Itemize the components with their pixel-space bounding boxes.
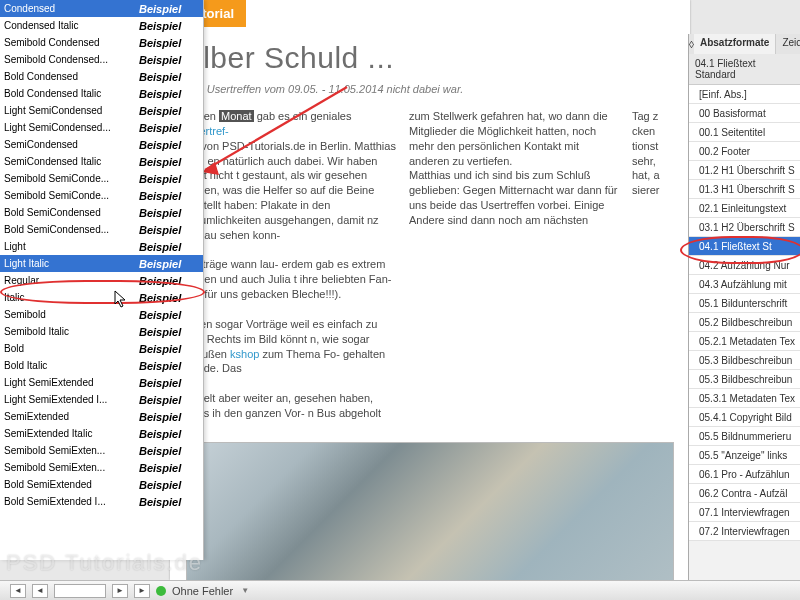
font-style-option[interactable]: Condensed ItalicBeispiel — [0, 17, 203, 34]
page-next-button[interactable]: ► — [112, 584, 128, 598]
article-headline: elber Schuld ... — [170, 27, 690, 79]
font-style-option[interactable]: Semibold SemiExten...Beispiel — [0, 442, 203, 459]
font-sample-label: Beispiel — [139, 241, 197, 253]
paragraph-style-item[interactable]: [Einf. Abs.] — [689, 85, 800, 104]
dropdown-chevron-icon[interactable]: ▼ — [241, 586, 249, 595]
font-style-option[interactable]: Light ItalicBeispiel — [0, 255, 203, 272]
paragraph-style-item[interactable]: 06.2 Contra - Aufzäl — [689, 484, 800, 503]
font-sample-label: Beispiel — [139, 139, 197, 151]
body-text: zum Stellwerk gefahren hat, wo dann die … — [409, 110, 608, 167]
font-style-option[interactable]: Bold SemiExtended I...Beispiel — [0, 493, 203, 510]
paragraph-style-item[interactable]: 05.5 Bildnummerieru — [689, 427, 800, 446]
paragraph-style-item[interactable]: 00.1 Seitentitel — [689, 123, 800, 142]
document-viewport: Editorial elber Schuld ... eim Usertreff… — [170, 0, 690, 580]
font-name-label: Bold — [4, 343, 139, 354]
page-number-input[interactable] — [54, 584, 106, 598]
paragraph-style-list[interactable]: [Einf. Abs.]00 Basisformat00.1 Seitentit… — [689, 85, 800, 541]
font-style-option[interactable]: Semibold SemiConde...Beispiel — [0, 170, 203, 187]
font-name-label: Semibold — [4, 309, 139, 320]
font-style-option[interactable]: Semibold SemiConde...Beispiel — [0, 187, 203, 204]
paragraph-style-item[interactable]: 05.2 Bildbeschreibun — [689, 313, 800, 332]
paragraph-style-item[interactable]: 05.3 Bildbeschreibun — [689, 351, 800, 370]
font-name-label: Light SemiExtended I... — [4, 394, 139, 405]
page-prev-button[interactable]: ◄ — [10, 584, 26, 598]
paragraph-style-item[interactable]: 02.1 Einleitungstext — [689, 199, 800, 218]
paragraph-style-item[interactable]: 05.5 "Anzeige" links — [689, 446, 800, 465]
page-prev-button-2[interactable]: ◄ — [32, 584, 48, 598]
font-style-option[interactable]: SemiExtendedBeispiel — [0, 408, 203, 425]
font-style-option[interactable]: Light SemiExtended I...Beispiel — [0, 391, 203, 408]
paragraph-styles-panel[interactable]: ◊ Absatzformate Zeic 04.1 Fließtext Stan… — [688, 34, 800, 582]
font-style-option[interactable]: RegularBeispiel — [0, 272, 203, 289]
paragraph-style-item[interactable]: 01.2 H1 Überschrift S — [689, 161, 800, 180]
font-name-label: Bold Condensed Italic — [4, 88, 139, 99]
font-style-option[interactable]: Bold SemiExtendedBeispiel — [0, 476, 203, 493]
paragraph-style-item[interactable]: 04.1 Fließtext St — [689, 237, 800, 256]
font-style-option[interactable]: SemiCondensed ItalicBeispiel — [0, 153, 203, 170]
font-style-option[interactable]: Bold SemiCondensedBeispiel — [0, 204, 203, 221]
font-style-option[interactable]: BoldBeispiel — [0, 340, 203, 357]
page-next-button-2[interactable]: ► — [134, 584, 150, 598]
font-name-label: Light SemiExtended — [4, 377, 139, 388]
tab-absatzformate[interactable]: Absatzformate — [694, 34, 776, 54]
paragraph-style-item[interactable]: 04.2 Aufzählung Nur — [689, 256, 800, 275]
paragraph-style-item[interactable]: 00 Basisformat — [689, 104, 800, 123]
paragraph-style-item[interactable]: 03.1 H2 Überschrift S — [689, 218, 800, 237]
paragraph-style-item[interactable]: 07.2 Interviewfragen — [689, 522, 800, 541]
font-style-option[interactable]: Light SemiCondensedBeispiel — [0, 102, 203, 119]
body-text: Tag z cken tionst sehr, hat, a sierer — [632, 110, 660, 196]
font-style-option[interactable]: Semibold SemiExten...Beispiel — [0, 459, 203, 476]
font-style-option[interactable]: Bold Condensed ItalicBeispiel — [0, 85, 203, 102]
font-style-option[interactable]: Bold ItalicBeispiel — [0, 357, 203, 374]
font-sample-label: Beispiel — [139, 190, 197, 202]
font-name-label: Semibold Italic — [4, 326, 139, 337]
paragraph-style-item[interactable]: 05.3 Bildbeschreibun — [689, 370, 800, 389]
link-workshop[interactable]: kshop — [230, 348, 259, 360]
font-style-option[interactable]: Semibold ItalicBeispiel — [0, 323, 203, 340]
font-style-option[interactable]: CondensedBeispiel — [0, 0, 203, 17]
body-text: Vorträge wann lau- erdem gab es extrem E… — [186, 258, 391, 300]
paragraph-style-item[interactable]: 04.3 Aufzählung mit — [689, 275, 800, 294]
paragraph-style-item[interactable]: 05.4.1 Copyright Bild — [689, 408, 800, 427]
paragraph-style-item[interactable]: 07.1 Interviewfragen — [689, 503, 800, 522]
font-name-label: Condensed Italic — [4, 20, 139, 31]
font-name-label: Bold SemiCondensed — [4, 207, 139, 218]
font-style-option[interactable]: Light SemiCondensed...Beispiel — [0, 119, 203, 136]
font-sample-label: Beispiel — [139, 156, 197, 168]
panel-tabs: ◊ Absatzformate Zeic — [689, 34, 800, 54]
font-name-label: Light SemiCondensed — [4, 105, 139, 116]
selected-word[interactable]: Monat — [219, 110, 254, 122]
paragraph-style-item[interactable]: 00.2 Footer — [689, 142, 800, 161]
font-style-dropdown[interactable]: CondensedBeispielCondensed ItalicBeispie… — [0, 0, 204, 560]
font-sample-label: Beispiel — [139, 173, 197, 185]
font-style-option[interactable]: Bold SemiCondensed...Beispiel — [0, 221, 203, 238]
paragraph-style-item[interactable]: 06.1 Pro - Aufzählun — [689, 465, 800, 484]
paragraph-style-item[interactable]: 01.3 H1 Überschrift S — [689, 180, 800, 199]
paragraph-style-item[interactable]: 05.1 Bildunterschrift — [689, 294, 800, 313]
font-style-option[interactable]: SemiboldBeispiel — [0, 306, 203, 323]
font-name-label: Semibold SemiConde... — [4, 173, 139, 184]
font-style-option[interactable]: ItalicBeispiel — [0, 289, 203, 306]
font-style-option[interactable]: SemiExtended ItalicBeispiel — [0, 425, 203, 442]
font-style-option[interactable]: Light SemiExtendedBeispiel — [0, 374, 203, 391]
column-3[interactable]: Tag z cken tionst sehr, hat, a sierer — [632, 109, 674, 436]
font-sample-label: Beispiel — [139, 496, 197, 508]
column-2[interactable]: zum Stellwerk gefahren hat, wo dann die … — [409, 109, 620, 436]
font-style-option[interactable]: Semibold Condensed...Beispiel — [0, 51, 203, 68]
tab-zeichen[interactable]: Zeic — [776, 34, 800, 54]
font-name-label: Bold SemiExtended — [4, 479, 139, 490]
font-name-label: Semibold Condensed... — [4, 54, 139, 65]
font-sample-label: Beispiel — [139, 394, 197, 406]
font-style-option[interactable]: LightBeispiel — [0, 238, 203, 255]
font-sample-label: Beispiel — [139, 122, 197, 134]
font-sample-label: Beispiel — [139, 20, 197, 32]
column-1[interactable]: etzten Monat gab es ein geniales Usertre… — [186, 109, 397, 436]
paragraph-style-item[interactable]: 05.2.1 Metadaten Tex — [689, 332, 800, 351]
body-text: Matthias und ich sind bis zum Schluß geb… — [409, 169, 618, 226]
font-style-option[interactable]: Bold CondensedBeispiel — [0, 68, 203, 85]
paragraph-style-item[interactable]: 05.3.1 Metadaten Tex — [689, 389, 800, 408]
font-style-option[interactable]: SemiCondensedBeispiel — [0, 136, 203, 153]
font-style-option[interactable]: Semibold CondensedBeispiel — [0, 34, 203, 51]
body-text: von PSD-Tutorials.de in Berlin. Matthias… — [186, 140, 396, 241]
font-sample-label: Beispiel — [139, 292, 197, 304]
